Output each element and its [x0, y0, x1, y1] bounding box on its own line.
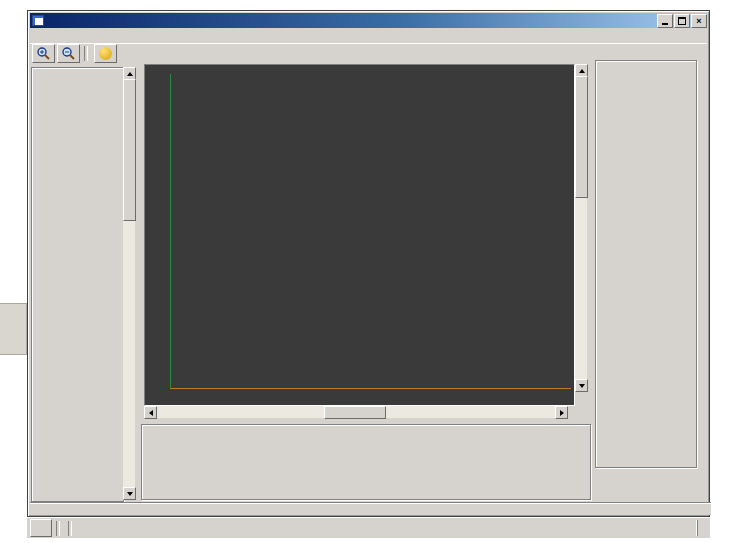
taskbar [27, 517, 710, 538]
scroll-thumb[interactable] [123, 79, 136, 221]
scroll-down-button[interactable] [575, 379, 588, 392]
zoom-out-button[interactable] [57, 44, 80, 63]
scroll-thumb[interactable] [324, 406, 386, 419]
start-button[interactable] [30, 519, 52, 537]
outdoor-panel-scrollbar[interactable] [123, 67, 135, 500]
taskbar-separator [56, 521, 60, 536]
windows-flag-icon [33, 524, 45, 533]
app-window: × [27, 10, 710, 517]
indoor-data-panel [141, 424, 591, 500]
chart-hscrollbar[interactable] [144, 406, 568, 418]
custom-curve-panel [595, 60, 697, 468]
screenshot-root: × [0, 0, 730, 543]
menu-bar [30, 29, 707, 43]
taskbar-separator [68, 521, 72, 536]
chart-panel [144, 64, 575, 406]
toolbar-separator [84, 46, 88, 61]
plot-area[interactable] [170, 74, 571, 389]
app-icon [32, 15, 44, 26]
outdoor-data-panel [31, 67, 124, 502]
zoom-in-button[interactable] [32, 44, 55, 63]
status-bar [30, 502, 711, 515]
scroll-right-button[interactable] [555, 406, 568, 419]
restore-button[interactable] [674, 14, 690, 28]
title-bar[interactable]: × [30, 13, 707, 28]
zoom-in-icon [36, 46, 51, 61]
chart-vscrollbar[interactable] [575, 64, 587, 392]
scroll-thumb[interactable] [575, 76, 588, 198]
desktop: × [27, 10, 710, 537]
close-button[interactable]: × [691, 14, 707, 28]
help-icon [99, 47, 112, 60]
zoom-out-icon [61, 46, 76, 61]
scroll-left-button[interactable] [144, 406, 157, 419]
scroll-down-button[interactable] [123, 487, 136, 500]
background-window-fragment [0, 303, 27, 355]
help-button[interactable] [94, 44, 117, 63]
minimize-button[interactable] [657, 14, 673, 28]
